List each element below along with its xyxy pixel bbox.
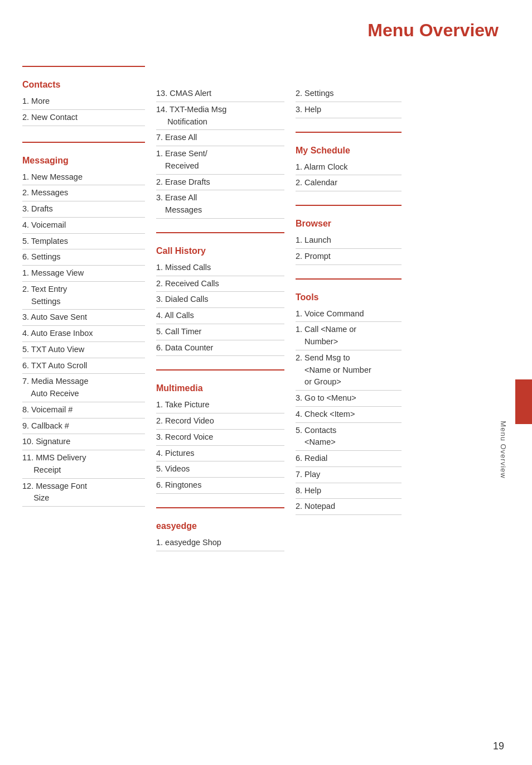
column-1: Contacts 1. More 2. New Contact Messagin… (22, 60, 156, 507)
list-item: 4. Voicemail (22, 218, 145, 234)
tools-divider (296, 278, 402, 280)
list-item: 2. Prompt (296, 249, 402, 265)
list-item: 2. Calendar (296, 175, 402, 191)
column-2: 13. CMAS Alert 14. TXT-Media Msg Notific… (156, 60, 296, 551)
columns-wrapper: Contacts 1. More 2. New Contact Messagin… (22, 60, 510, 551)
list-item: 2. Text Entry Settings (22, 282, 145, 310)
page-container: Menu Overview Contacts 1. More 2. New Co… (0, 0, 532, 765)
callhistory-title: Call History (156, 244, 284, 258)
list-item: 1. Alarm Clock (296, 160, 402, 176)
list-item: 8. Help (296, 483, 402, 499)
list-item: 3. Help (296, 102, 402, 118)
browser-title: Browser (296, 217, 402, 230)
list-item: 12. Message Font Size (22, 479, 145, 507)
list-item: 3. Drafts (22, 201, 145, 218)
callhistory-list: 1. Missed Calls 2. Received Calls 3. Dia… (156, 260, 284, 357)
easyedge-divider (156, 507, 284, 508)
list-item: 5. TXT Auto View (22, 342, 145, 358)
list-item: 7. Play (296, 467, 402, 483)
list-item: 3. Record Voice (156, 430, 284, 446)
list-item: 4. Check <Item> (296, 407, 402, 423)
messaging-title: Messaging (22, 154, 145, 167)
list-item: 2. Send Msg to <Name or Number or Group> (296, 350, 402, 391)
list-item: 5. Videos (156, 461, 284, 478)
multimedia-divider (156, 369, 284, 371)
list-item: 1. New Message (22, 170, 145, 186)
list-item: 6. Settings (22, 249, 145, 266)
easyedge-list: 1. easyedge Shop (156, 535, 284, 551)
list-item: 13. CMAS Alert (156, 86, 284, 102)
list-item: 2. Erase Drafts (156, 175, 284, 191)
list-item: 6. Data Counter (156, 340, 284, 357)
tools-title: Tools (296, 291, 402, 304)
sidebar-label: Menu Overview (498, 421, 509, 478)
multimedia-title: Multimedia (156, 382, 284, 395)
list-item: 2. Messages (22, 185, 145, 201)
list-item: 7. Media Message Auto Receive (22, 374, 145, 402)
sidebar-red-accent (515, 379, 532, 424)
list-item: 1. Call <Name or Number> (296, 322, 402, 350)
list-item: 5. Call Timer (156, 324, 284, 340)
list-item: 2. Settings (296, 86, 402, 102)
list-item: 11. MMS Delivery Receipt (22, 450, 145, 479)
myschedule-list: 1. Alarm Clock 2. Calendar (296, 160, 402, 192)
list-item: 6. TXT Auto Scroll (22, 358, 145, 374)
list-item: 1. Missed Calls (156, 260, 284, 276)
browser-list: 1. Launch 2. Prompt (296, 233, 402, 265)
list-item: 4. Auto Erase Inbox (22, 326, 145, 342)
multimedia-list: 1. Take Picture 2. Record Video 3. Recor… (156, 397, 284, 494)
column-3: 2. Settings 3. Help My Schedule 1. Alarm… (296, 60, 424, 515)
contacts-divider (22, 66, 145, 67)
list-item: 1. Take Picture (156, 397, 284, 413)
list-item: 3. Go to <Menu> (296, 391, 402, 407)
contacts-title: Contacts (22, 78, 145, 92)
list-item: 7. Erase All (156, 130, 284, 146)
list-item: 1. easyedge Shop (156, 535, 284, 551)
list-item: 8. Voicemail # (22, 402, 145, 418)
list-item: 1. Message View (22, 266, 145, 282)
list-item: 6. Ringtones (156, 478, 284, 494)
browser-divider (296, 205, 402, 206)
page-number: 19 (493, 739, 504, 754)
tools-list: 1. Voice Command 1. Call <Name or Number… (296, 306, 402, 516)
messaging-divider (22, 142, 145, 143)
list-item: 2. Notepad (296, 499, 402, 515)
list-item: 1. More (22, 94, 145, 110)
list-item: 3. Erase All Messages (156, 190, 284, 219)
messaging-list: 1. New Message 2. Messages 3. Drafts 4. … (22, 170, 145, 507)
myschedule-divider (296, 132, 402, 133)
list-item: 9. Callback # (22, 418, 145, 435)
list-item: 2. Received Calls (156, 276, 284, 292)
easyedge-title: easyedge (156, 519, 284, 533)
callhistory-divider (156, 232, 284, 233)
list-item: 3. Auto Save Sent (22, 310, 145, 326)
list-item: 3. Dialed Calls (156, 292, 284, 308)
list-item: 1. Voice Command (296, 306, 402, 323)
messaging-continued-list: 13. CMAS Alert 14. TXT-Media Msg Notific… (156, 86, 284, 219)
list-item: 10. Signature (22, 434, 145, 450)
sidebar-bar: Menu Overview (515, 167, 532, 732)
easyedge-continued: 2. Settings 3. Help (296, 86, 402, 118)
list-item: 1. Launch (296, 233, 402, 249)
contacts-list: 1. More 2. New Contact (22, 94, 145, 126)
list-item: 1. Erase Sent/ Received (156, 146, 284, 175)
list-item: 6. Redial (296, 451, 402, 467)
page-title: Menu Overview (22, 17, 510, 44)
list-item: 2. New Contact (22, 110, 145, 126)
list-item: 5. Contacts <Name> (296, 423, 402, 451)
list-item: 4. Pictures (156, 446, 284, 462)
list-item: 14. TXT-Media Msg Notification (156, 102, 284, 131)
list-item: 2. Record Video (156, 413, 284, 430)
myschedule-title: My Schedule (296, 144, 402, 157)
list-item: 5. Templates (22, 234, 145, 250)
list-item: 4. All Calls (156, 308, 284, 324)
